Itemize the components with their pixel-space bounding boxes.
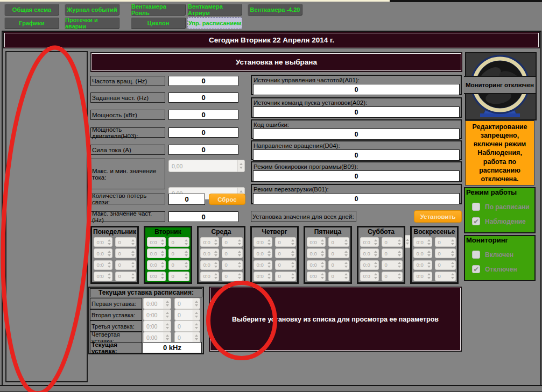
- setpoint-value-spinner[interactable]: 0: [174, 332, 200, 343]
- day-freq-spinner[interactable]: 0: [275, 248, 296, 258]
- checkbox-checked-icon[interactable]: ✔: [472, 265, 480, 273]
- spinner-arrows-icon[interactable]: [427, 272, 431, 281]
- setpoint-time-spinner[interactable]: 0:00: [143, 320, 171, 332]
- day-time-spinner[interactable]: 0:0: [254, 237, 272, 247]
- day-time-spinner[interactable]: 0:0: [200, 272, 219, 281]
- spinner-arrows-icon[interactable]: [344, 238, 348, 246]
- day-freq-spinner[interactable]: 0: [275, 237, 296, 247]
- spinner-arrows-icon[interactable]: [238, 272, 241, 281]
- spinner-arrows-icon[interactable]: [185, 249, 188, 258]
- installation-list[interactable]: [5, 51, 88, 382]
- spinner-arrows-icon[interactable]: [214, 261, 217, 269]
- day-time-spinner[interactable]: 0:0: [94, 260, 112, 270]
- spinner-arrows-icon[interactable]: [268, 261, 271, 269]
- day-time-spinner[interactable]: 0:0: [254, 260, 272, 270]
- spinner-arrows-icon[interactable]: [193, 298, 200, 309]
- spinner-arrows-icon[interactable]: [398, 238, 401, 246]
- nav-button-ventcam-royal[interactable]: Венткамера Рояль: [131, 4, 186, 16]
- day-time-spinner[interactable]: 0:0: [360, 237, 379, 247]
- spinner-arrows-icon[interactable]: [164, 310, 171, 320]
- day-freq-spinner[interactable]: 0: [275, 272, 296, 281]
- day-freq-spinner[interactable]: 0: [222, 248, 243, 258]
- spinner-arrows-icon[interactable]: [291, 272, 294, 281]
- spinner-arrows-icon[interactable]: [451, 249, 454, 258]
- spinner-arrows-icon[interactable]: [291, 238, 294, 246]
- setpoint-value-spinner[interactable]: 0: [174, 320, 200, 332]
- day-time-spinner[interactable]: 0:0: [307, 248, 326, 258]
- spinner-arrows-icon[interactable]: [451, 261, 454, 269]
- day-freq-spinner[interactable]: 0: [435, 248, 456, 258]
- day-freq-spinner[interactable]: 0: [382, 237, 403, 247]
- spinner-arrows-icon[interactable]: [214, 238, 217, 246]
- spinner-arrows-icon[interactable]: [344, 249, 348, 258]
- spinner-arrows-icon[interactable]: [214, 249, 217, 258]
- spinner-arrows-icon[interactable]: [321, 261, 324, 269]
- nav-button-ventcam-atrium[interactable]: Венткамера Атриум: [187, 4, 242, 16]
- checkbox-checked-icon[interactable]: ✔: [472, 217, 480, 225]
- spinner-arrows-icon[interactable]: [238, 249, 241, 258]
- spinner-arrows-icon[interactable]: [268, 249, 271, 258]
- day-time-spinner[interactable]: 0:0: [200, 260, 219, 270]
- day-freq-spinner[interactable]: 0: [382, 248, 403, 258]
- day-time-spinner[interactable]: 0:0: [254, 248, 272, 258]
- setpoint-time-spinner[interactable]: 0:00: [143, 298, 171, 309]
- day-time-spinner[interactable]: 0:0: [94, 248, 112, 258]
- day-time-spinner[interactable]: 0:0: [254, 272, 272, 281]
- day-freq-spinner[interactable]: 0: [222, 237, 243, 247]
- day-freq-spinner[interactable]: 0: [382, 272, 403, 281]
- nav-button-cyclone[interactable]: Циклон: [131, 17, 186, 29]
- setpoint-time-spinner[interactable]: 0:00: [143, 309, 171, 320]
- checkbox-unchecked-icon[interactable]: ✔: [472, 251, 480, 259]
- day-time-spinner[interactable]: 0:0: [413, 248, 432, 258]
- day-freq-spinner[interactable]: 0: [328, 248, 349, 258]
- spinner-arrows-icon[interactable]: [108, 272, 111, 281]
- setpoint-time-spinner[interactable]: 0:00: [143, 332, 171, 343]
- spinner-arrows-icon[interactable]: [427, 249, 431, 258]
- spinner-arrows-icon[interactable]: [291, 249, 294, 258]
- day-freq-spinner[interactable]: 0: [435, 260, 456, 270]
- day-freq-spinner[interactable]: 0: [275, 260, 296, 270]
- day-time-spinner[interactable]: 0:0: [147, 237, 166, 247]
- spinner-arrows-icon[interactable]: [268, 272, 271, 281]
- day-time-spinner[interactable]: 0:0: [413, 260, 432, 270]
- spinner-arrows-icon[interactable]: [344, 272, 348, 281]
- day-freq-spinner[interactable]: 0: [382, 260, 403, 270]
- day-freq-spinner[interactable]: 0: [435, 272, 456, 281]
- day-time-spinner[interactable]: 0:0: [413, 272, 432, 281]
- day-time-spinner[interactable]: 0:0: [200, 237, 219, 247]
- day-time-spinner[interactable]: 0:0: [147, 272, 166, 281]
- nav-button-overview[interactable]: Общая схема: [4, 4, 59, 16]
- spinner-arrows-icon[interactable]: [321, 249, 324, 258]
- setpoint-value-spinner[interactable]: 0: [174, 298, 200, 309]
- spinner-arrows-icon[interactable]: [131, 238, 135, 246]
- spinner-arrows-icon[interactable]: [131, 261, 135, 269]
- day-time-spinner[interactable]: 0:0: [413, 237, 432, 247]
- spinner-arrows-icon[interactable]: [238, 261, 241, 269]
- spinner-arrows-icon[interactable]: [238, 238, 241, 246]
- spinner-arrows-icon[interactable]: [268, 238, 271, 246]
- spinner-arrows-icon[interactable]: [108, 238, 111, 246]
- spinner-arrows-icon[interactable]: [193, 321, 200, 331]
- spinner-arrows-icon[interactable]: [321, 238, 324, 246]
- day-time-spinner[interactable]: 0:0: [147, 260, 166, 270]
- spinner-arrows-icon[interactable]: [131, 249, 135, 258]
- spinner-arrows-icon[interactable]: [291, 261, 294, 269]
- spinner-arrows-icon[interactable]: [214, 272, 217, 281]
- spinner-arrows-icon[interactable]: [451, 238, 454, 246]
- day-time-spinner[interactable]: 0:0: [94, 237, 112, 247]
- spinner-arrows-icon[interactable]: [185, 272, 188, 281]
- nav-button-event-log[interactable]: Журнал событий: [65, 4, 119, 16]
- nav-button-schedule-management[interactable]: Упр. расписанием: [187, 17, 242, 29]
- day-freq-spinner[interactable]: 0: [115, 237, 136, 247]
- day-time-spinner[interactable]: 0:0: [307, 237, 326, 247]
- spinner-arrows-icon[interactable]: [185, 261, 188, 269]
- day-freq-spinner[interactable]: 0: [168, 260, 189, 270]
- spinner-arrows-icon[interactable]: [108, 261, 111, 269]
- spinner-arrows-icon[interactable]: [374, 261, 377, 269]
- spinner-arrows-icon[interactable]: [344, 261, 348, 269]
- day-time-spinner[interactable]: 0:0: [360, 260, 379, 270]
- day-freq-spinner[interactable]: 0: [328, 260, 349, 270]
- checkbox-unchecked-icon[interactable]: ✔: [472, 203, 480, 211]
- spinner-arrows-icon[interactable]: [374, 238, 377, 246]
- day-freq-spinner[interactable]: 0: [115, 272, 136, 281]
